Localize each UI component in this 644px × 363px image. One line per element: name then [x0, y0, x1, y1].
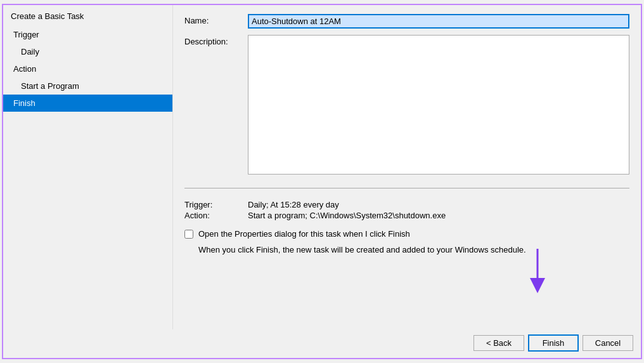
cancel-button[interactable]: Cancel: [583, 335, 633, 351]
trigger-summary-row: Trigger: Daily; At 15:28 every day: [184, 200, 629, 209]
dialog-title: Create a Basic Task: [3, 5, 172, 26]
name-input[interactable]: [248, 14, 629, 29]
description-input-wrapper: [248, 35, 629, 176]
dialog-footer: < Back Finish Cancel: [3, 329, 641, 358]
description-textarea[interactable]: [248, 35, 629, 175]
trigger-summary-value: Daily; At 15:28 every day: [248, 200, 339, 209]
name-label: Name:: [184, 14, 248, 25]
name-input-wrapper: [248, 14, 629, 29]
sidebar: Create a Basic Task Trigger Daily Action…: [3, 5, 173, 329]
name-field-row: Name:: [184, 14, 629, 29]
trigger-summary-label: Trigger:: [184, 200, 248, 209]
action-summary-value: Start a program; C:\Windows\System32\shu…: [248, 211, 446, 220]
sidebar-item-daily[interactable]: Daily: [3, 43, 172, 60]
sidebar-item-start-program[interactable]: Start a Program: [3, 77, 172, 95]
sidebar-item-action[interactable]: Action: [3, 60, 172, 77]
content-area: Name: Description: Trigger: Daily; At 15…: [173, 5, 641, 329]
sidebar-item-trigger[interactable]: Trigger: [3, 26, 172, 43]
back-button[interactable]: < Back: [473, 335, 524, 351]
description-label: Description:: [184, 35, 248, 46]
properties-checkbox[interactable]: [184, 230, 193, 239]
checkbox-label: Open the Properties dialog for this task…: [198, 229, 410, 239]
info-text: When you click Finish, the new task will…: [198, 245, 629, 254]
dialog-window: Create a Basic Task Trigger Daily Action…: [2, 4, 642, 359]
divider: [184, 188, 629, 188]
description-field-row: Description:: [184, 35, 629, 176]
sidebar-item-finish[interactable]: Finish: [3, 95, 172, 112]
checkbox-row: Open the Properties dialog for this task…: [184, 229, 629, 239]
summary-section: Trigger: Daily; At 15:28 every day Actio…: [184, 200, 629, 221]
action-summary-label: Action:: [184, 211, 248, 220]
arrow-annotation: [522, 249, 553, 293]
info-container: When you click Finish, the new task will…: [184, 242, 629, 254]
action-summary-row: Action: Start a program; C:\Windows\Syst…: [184, 211, 629, 220]
finish-button[interactable]: Finish: [528, 334, 579, 352]
